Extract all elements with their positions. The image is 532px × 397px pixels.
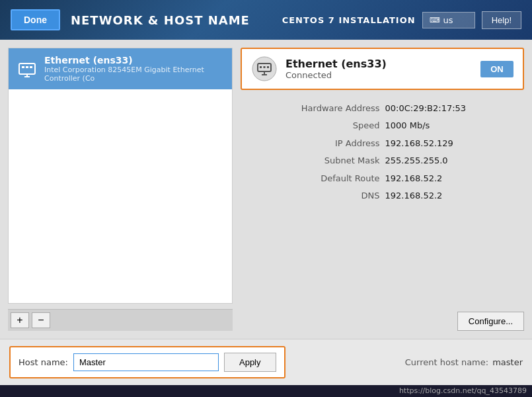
ethernet-toggle-button[interactable]: ON bbox=[480, 61, 513, 77]
svg-rect-1 bbox=[22, 66, 24, 68]
ethernet-list-icon bbox=[17, 58, 38, 79]
network-item-desc: Intel Corporation 82545EM Gigabit Ethern… bbox=[44, 66, 224, 83]
dns-label: DNS bbox=[241, 189, 380, 202]
list-item[interactable]: Ethernet (ens33) Intel Corporation 82545… bbox=[9, 48, 232, 89]
remove-network-button[interactable]: − bbox=[32, 312, 50, 328]
ip-value: 192.168.52.129 bbox=[385, 137, 525, 150]
subnet-label: Subnet Mask bbox=[241, 154, 380, 167]
configure-button[interactable]: Configure... bbox=[457, 312, 524, 331]
ethernet-detail-name: Ethernet (ens33) bbox=[285, 58, 473, 70]
ethernet-info: Ethernet (ens33) Connected bbox=[285, 58, 473, 80]
ethernet-detail-status: Connected bbox=[285, 70, 473, 80]
ethernet-detail-icon bbox=[251, 56, 278, 82]
list-toolbar: + − bbox=[8, 309, 233, 331]
keyboard-lang: us bbox=[443, 15, 453, 25]
bottom-bar: Host name: Apply Current host name: mast… bbox=[0, 339, 532, 385]
header-right: CENTOS 7 INSTALLATION ⌨ us Help! bbox=[282, 11, 521, 29]
content-area: Ethernet (ens33) Intel Corporation 82545… bbox=[0, 40, 532, 339]
svg-rect-2 bbox=[26, 66, 28, 68]
keyboard-icon: ⌨ bbox=[430, 16, 440, 24]
subnet-value: 255.255.255.0 bbox=[385, 154, 525, 167]
hardware-address-label: Hardware Address bbox=[241, 102, 380, 115]
details-grid: Hardware Address 00:0C:29:B2:17:53 Speed… bbox=[241, 99, 524, 206]
speed-label: Speed bbox=[241, 119, 380, 132]
footer-url: https://blog.csdn.net/qq_43543789 bbox=[0, 385, 532, 397]
svg-rect-9 bbox=[264, 66, 266, 68]
main-window: Done NETWORK & HOST NAME CENTOS 7 INSTAL… bbox=[0, 0, 532, 397]
add-network-button[interactable]: + bbox=[11, 312, 29, 328]
help-button[interactable]: Help! bbox=[482, 11, 521, 29]
ethernet-header: Ethernet (ens33) Connected ON bbox=[241, 48, 524, 90]
default-route-label: Default Route bbox=[241, 172, 380, 185]
ip-label: IP Address bbox=[241, 137, 380, 150]
page-title: NETWORK & HOST NAME bbox=[71, 13, 282, 27]
default-route-value: 192.168.52.2 bbox=[385, 172, 525, 185]
hostname-label: Host name: bbox=[19, 357, 68, 367]
keyboard-widget[interactable]: ⌨ us bbox=[422, 12, 475, 28]
current-hostname-display: Current host name: master bbox=[405, 357, 523, 367]
left-panel: Ethernet (ens33) Intel Corporation 82545… bbox=[8, 48, 233, 331]
apply-button[interactable]: Apply bbox=[224, 353, 276, 372]
svg-rect-10 bbox=[267, 66, 269, 68]
speed-value: 1000 Mb/s bbox=[385, 119, 525, 132]
network-item-text: Ethernet (ens33) Intel Corporation 82545… bbox=[44, 55, 224, 83]
done-button[interactable]: Done bbox=[11, 9, 60, 30]
current-hostname-label: Current host name: bbox=[405, 357, 488, 367]
ethernet-cable-icon bbox=[17, 58, 38, 79]
dns-value: 192.168.52.2 bbox=[385, 189, 525, 202]
current-hostname-value: master bbox=[492, 357, 523, 367]
cable-icon bbox=[251, 56, 278, 82]
header: Done NETWORK & HOST NAME CENTOS 7 INSTAL… bbox=[0, 0, 532, 40]
hardware-address-value: 00:0C:29:B2:17:53 bbox=[385, 102, 525, 115]
svg-rect-8 bbox=[260, 66, 262, 68]
hostname-section: Host name: Apply bbox=[9, 346, 285, 378]
centos-label: CENTOS 7 INSTALLATION bbox=[282, 15, 416, 25]
svg-rect-3 bbox=[30, 66, 32, 68]
svg-rect-0 bbox=[19, 64, 35, 74]
hostname-input[interactable] bbox=[73, 353, 219, 371]
right-panel: Ethernet (ens33) Connected ON Hardware A… bbox=[241, 48, 524, 331]
network-list: Ethernet (ens33) Intel Corporation 82545… bbox=[8, 48, 233, 304]
network-item-name: Ethernet (ens33) bbox=[44, 55, 224, 66]
svg-point-6 bbox=[252, 57, 276, 81]
